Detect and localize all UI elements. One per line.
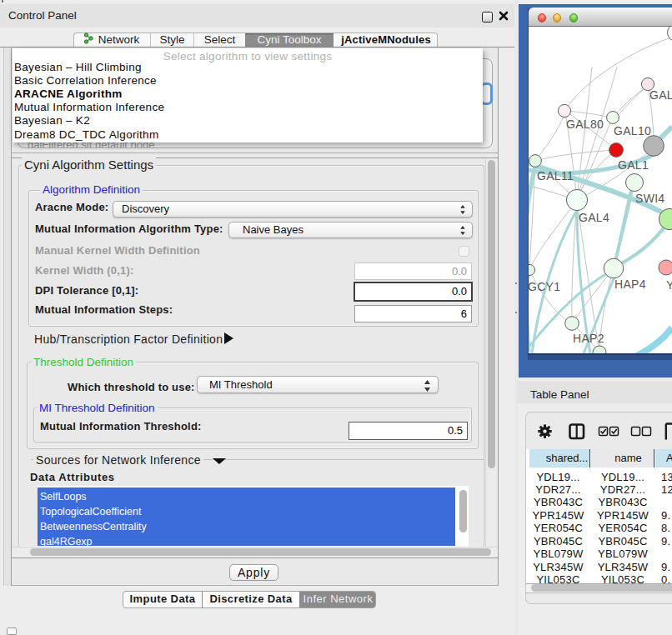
- svg-text:GCY1: GCY1: [529, 280, 560, 293]
- svg-text:HAP4: HAP4: [614, 278, 646, 291]
- svg-text:SWI4: SWI4: [635, 192, 664, 205]
- svg-text:GAL4: GAL4: [579, 211, 609, 224]
- svg-text:GAL: GAL: [649, 88, 672, 102]
- svg-text:GAL1: GAL1: [618, 158, 649, 172]
- svg-text:GAL11: GAL11: [537, 169, 574, 182]
- svg-text:Y: Y: [666, 278, 672, 292]
- svg-text:HAP2: HAP2: [573, 332, 604, 345]
- svg-text:GAL80: GAL80: [566, 118, 604, 131]
- svg-text:GAL10: GAL10: [614, 124, 651, 138]
